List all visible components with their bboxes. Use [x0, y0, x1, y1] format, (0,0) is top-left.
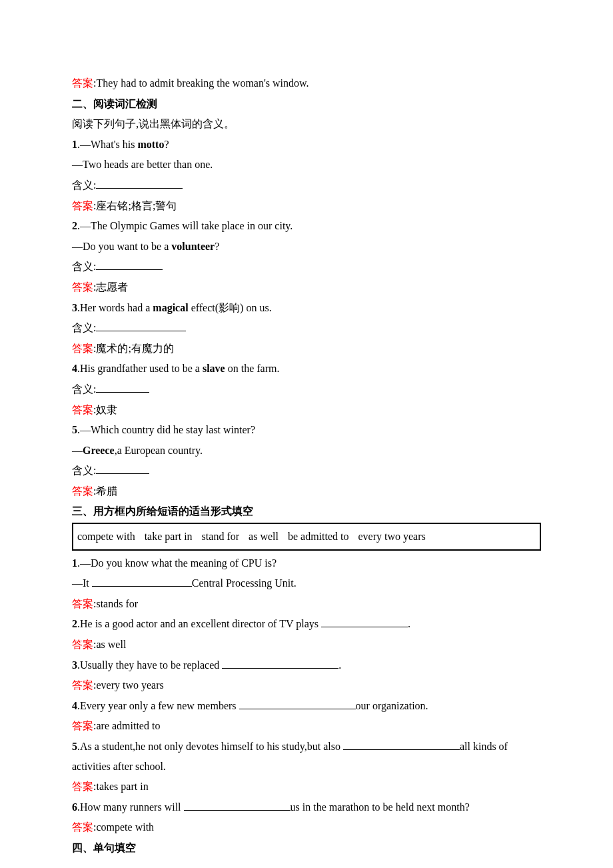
answer-text: :座右铭;格言;警句 — [93, 200, 177, 211]
q-tail: . — [338, 659, 341, 671]
s3-item5-q1: 5.As a student,he not only devotes himse… — [72, 737, 541, 776]
vocab-word: Greece — [83, 445, 115, 456]
phrase: as well — [249, 531, 279, 542]
answer-label: 答案 — [72, 679, 93, 691]
item-number: 4 — [72, 700, 77, 711]
answer-label: 答案 — [72, 639, 93, 650]
s2-item1-meaning: 含义: — [72, 175, 541, 195]
s2-item2-answer: 答案:志愿者 — [72, 277, 541, 297]
q-text: .He is a good actor and an excellent dir… — [77, 618, 321, 629]
s2-item1-q2: —Two heads are better than one. — [72, 155, 541, 175]
blank-field[interactable] — [96, 331, 186, 331]
blank-field[interactable] — [321, 627, 408, 627]
item-number: 4 — [72, 363, 77, 374]
blank-field[interactable] — [92, 586, 192, 587]
answer-label: 答案 — [72, 281, 93, 293]
s2-item3-answer: 答案:魔术的;有魔力的 — [72, 339, 541, 359]
blank-field[interactable] — [184, 810, 291, 811]
answer-label: 答案 — [72, 781, 93, 792]
q-text: .—Which country did he stay last winter? — [77, 424, 255, 435]
q-text: .—What's his — [77, 139, 137, 150]
s2-item5-answer: 答案:希腊 — [72, 481, 541, 501]
answer-label: 答案 — [72, 821, 93, 833]
phrase-box: compete withtake part instand foras well… — [72, 523, 541, 551]
s3-item1-answer: 答案:stands for — [72, 594, 541, 614]
item-number: 1 — [72, 139, 77, 150]
answer-label: 答案 — [72, 343, 93, 354]
phrase: compete with — [77, 531, 135, 542]
answer-text: :志愿者 — [93, 281, 128, 293]
answer-label: 答案 — [72, 485, 93, 497]
s2-item1-answer: 答案:座右铭;格言;警句 — [72, 196, 541, 216]
s2-item5-meaning: 含义: — [72, 461, 541, 481]
s2-item5-q2: —Greece,a European country. — [72, 441, 541, 461]
section4-heading: 四、单句填空 — [72, 838, 541, 858]
s3-item4-q1: 4.Every year only a few new members our … — [72, 696, 541, 716]
answer-label: 答案 — [72, 720, 93, 731]
s2-item2-q2: —Do you want to be a volunteer? — [72, 237, 541, 257]
phrase: take part in — [145, 531, 193, 542]
vocab-word: magical — [153, 302, 188, 313]
q-text: .His grandfather used to be a — [77, 363, 203, 374]
s3-item5-answer: 答案:takes part in — [72, 777, 541, 797]
s2-item2-q1: 2.—The Olympic Games will take place in … — [72, 216, 541, 236]
blank-field[interactable] — [96, 473, 149, 474]
vocab-word: motto — [137, 139, 164, 150]
phrase: stand for — [202, 531, 239, 542]
s3-item1-q1: 1.—Do you know what the meaning of CPU i… — [72, 553, 541, 573]
answer-text: :stands for — [93, 598, 138, 609]
s2-item4-answer: 答案:奴隶 — [72, 400, 541, 420]
blank-field[interactable] — [343, 749, 460, 750]
meaning-label: 含义: — [72, 465, 96, 476]
q-text: .—Do you know what the meaning of CPU is… — [77, 557, 277, 569]
item-number: 3 — [72, 302, 77, 313]
s3-item2-q1: 2.He is a good actor and an excellent di… — [72, 614, 541, 634]
q-tail: our organization. — [356, 700, 428, 711]
meaning-label: 含义: — [72, 261, 96, 272]
blank-field[interactable] — [96, 269, 163, 270]
item-number: 2 — [72, 220, 77, 231]
s2-item5-q1: 5.—Which country did he stay last winter… — [72, 420, 541, 440]
section3-heading: 三、用方框内所给短语的适当形式填空 — [72, 501, 541, 521]
q2-c: ,a European country. — [115, 445, 203, 456]
q2-a: — — [72, 445, 83, 456]
answer-text: :every two years — [93, 679, 164, 691]
answer-label: 答案 — [72, 200, 93, 211]
answer-text: :奴隶 — [93, 404, 117, 415]
s3-item3-q1: 3.Usually they have to be replaced . — [72, 655, 541, 675]
blank-field[interactable] — [96, 392, 149, 393]
blank-field[interactable] — [239, 709, 356, 709]
s3-item4-answer: 答案:are admitted to — [72, 716, 541, 736]
answer-text: :are admitted to — [93, 720, 160, 731]
s3-item3-answer: 答案:every two years — [72, 675, 541, 695]
blank-field[interactable] — [96, 188, 183, 189]
s2-item4-meaning: 含义: — [72, 379, 541, 399]
meaning-label: 含义: — [72, 179, 96, 191]
item-number: 5 — [72, 741, 77, 752]
s2-item1-q1: 1.—What's his motto? — [72, 135, 541, 155]
s2-item3-q1: 3.Her words had a magical effect(影响) on … — [72, 298, 541, 318]
answer-text: :compete with — [93, 821, 154, 833]
item-number: 5 — [72, 424, 77, 435]
blank-field[interactable] — [222, 668, 338, 669]
q-text: .—The Olympic Games will take place in o… — [77, 220, 293, 231]
q-text: .Every year only a few new members — [77, 700, 239, 711]
section2-instruction: 阅读下列句子,说出黑体词的含义。 — [72, 114, 541, 134]
item-number: 1 — [72, 557, 77, 569]
phrase: every two years — [358, 531, 425, 542]
answer-label: 答案 — [72, 77, 93, 89]
answer-label: 答案 — [72, 598, 93, 609]
item-number: 6 — [72, 801, 77, 813]
q-text: .Her words had a — [77, 302, 153, 313]
s3-item2-answer: 答案:as well — [72, 635, 541, 655]
top-answer-line: 答案:They had to admit breaking the woman'… — [72, 73, 541, 93]
s2-item2-meaning: 含义: — [72, 257, 541, 277]
vocab-word: slave — [203, 363, 225, 374]
answer-text: :They had to admit breaking the woman's … — [93, 77, 309, 89]
meaning-label: 含义: — [72, 383, 96, 395]
q-text: .How many runners will — [77, 801, 184, 813]
vocab-word: volunteer — [171, 241, 215, 252]
s2-item4-q1: 4.His grandfather used to be a slave on … — [72, 359, 541, 379]
q-text-tail: effect(影响) on us. — [189, 302, 272, 313]
q2-c: ? — [215, 241, 219, 252]
